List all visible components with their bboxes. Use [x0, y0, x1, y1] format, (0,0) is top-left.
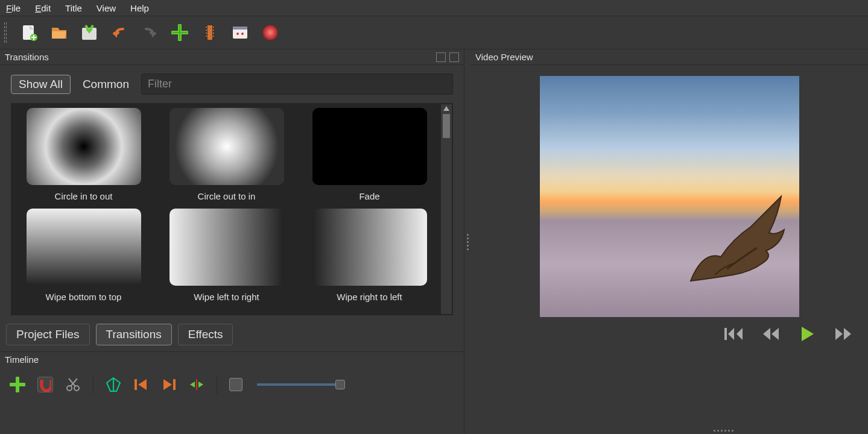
import-icon[interactable] [171, 24, 188, 41]
transition-thumb [27, 209, 141, 286]
transition-item[interactable]: Wipe bottom to top [16, 209, 151, 302]
transition-item[interactable]: Fade [302, 108, 437, 201]
menu-view[interactable]: View [97, 3, 116, 13]
main-toolbar [0, 16, 868, 49]
common-button[interactable]: Common [78, 78, 134, 91]
gallery-scrollbar[interactable] [441, 104, 452, 314]
svg-rect-10 [213, 27, 214, 28]
redo-icon[interactable] [141, 24, 158, 41]
undo-icon[interactable] [111, 24, 128, 41]
transition-thumb [312, 209, 427, 286]
svg-rect-24 [196, 379, 197, 390]
svg-point-19 [263, 25, 277, 40]
marker-icon[interactable] [106, 377, 121, 392]
svg-rect-25 [724, 328, 727, 340]
transition-item[interactable]: Wipe right to left [302, 209, 437, 302]
tab-project-files[interactable]: Project Files [6, 324, 90, 345]
tab-transitions[interactable]: Transitions [96, 324, 172, 345]
zoom-icon[interactable] [229, 378, 242, 391]
transition-label: Wipe right to left [337, 292, 402, 302]
menubar: File Edit Title View Help [0, 0, 868, 16]
timeline-panel-title: Timeline [0, 351, 464, 367]
tab-effects[interactable]: Effects [178, 324, 233, 345]
transition-label: Fade [359, 191, 379, 201]
transitions-gallery: Circle in to out Circle out to in Fade W… [12, 104, 441, 314]
next-marker-icon[interactable] [161, 377, 177, 392]
svg-rect-11 [213, 30, 214, 31]
video-preview [470, 65, 868, 434]
transition-label: Circle out to in [198, 191, 256, 201]
transitions-panel-title: Transitions [5, 52, 49, 62]
transition-label: Wipe left to right [194, 292, 259, 302]
toolbar-grip[interactable] [4, 22, 7, 43]
filter-input[interactable] [141, 74, 453, 95]
preview-frame [540, 76, 799, 317]
transition-thumb [169, 209, 284, 286]
panel-undock-icon[interactable] [436, 52, 446, 62]
fullscreen-icon[interactable] [232, 24, 249, 41]
transition-label: Circle in to out [55, 191, 113, 201]
razor-icon[interactable] [65, 377, 81, 392]
svg-point-17 [241, 33, 244, 35]
playback-controls [470, 326, 868, 342]
transition-item[interactable]: Wipe left to right [159, 209, 294, 302]
menu-help[interactable]: Help [130, 3, 149, 13]
svg-rect-12 [213, 33, 214, 34]
menu-file[interactable]: File [6, 3, 21, 13]
svg-point-16 [236, 33, 239, 35]
transition-thumb [169, 108, 284, 185]
transition-item[interactable]: Circle out to in [159, 108, 294, 201]
center-playhead-icon[interactable] [189, 377, 204, 392]
transition-thumb [27, 108, 141, 185]
fast-forward-icon[interactable] [834, 327, 854, 341]
menu-title[interactable]: Title [65, 3, 82, 13]
svg-rect-22 [135, 379, 137, 390]
svg-rect-7 [206, 30, 207, 31]
transitions-toolbar: Show All Common [0, 65, 464, 99]
profile-icon[interactable] [201, 24, 218, 41]
transitions-panel-header: Transitions [0, 49, 464, 65]
play-icon[interactable] [799, 326, 816, 342]
preview-panel-header: Video Preview [470, 49, 868, 65]
svg-rect-6 [206, 27, 207, 28]
svg-rect-23 [173, 379, 176, 390]
jump-start-icon[interactable] [724, 327, 744, 341]
menu-edit[interactable]: Edit [35, 3, 51, 13]
open-project-icon[interactable] [51, 24, 68, 41]
svg-rect-8 [206, 33, 207, 34]
splitter-vertical[interactable] [464, 49, 470, 434]
left-pane: Transitions Show All Common Circle in to… [0, 49, 464, 434]
transition-item[interactable]: Circle in to out [16, 108, 151, 201]
save-project-icon[interactable] [81, 24, 98, 41]
show-all-button[interactable]: Show All [11, 75, 71, 94]
svg-rect-9 [206, 36, 207, 37]
right-pane: Video Preview [470, 49, 868, 434]
svg-rect-13 [213, 36, 214, 37]
zoom-slider[interactable] [257, 383, 341, 386]
export-icon[interactable] [262, 24, 279, 41]
transition-thumb [312, 108, 427, 185]
panel-tabs: Project Files Transitions Effects [0, 321, 464, 351]
new-project-icon[interactable] [21, 24, 37, 41]
preview-panel-title: Video Preview [475, 52, 533, 62]
timeline-toolbar [0, 367, 464, 402]
rewind-icon[interactable] [762, 327, 781, 341]
snapping-icon[interactable] [37, 377, 53, 392]
panel-close-icon[interactable] [449, 52, 459, 62]
transition-label: Wipe bottom to top [46, 292, 122, 302]
prev-marker-icon[interactable] [133, 377, 149, 392]
svg-rect-15 [233, 27, 247, 30]
add-track-icon[interactable] [10, 377, 25, 392]
splitter-horizontal[interactable] [605, 430, 733, 432]
